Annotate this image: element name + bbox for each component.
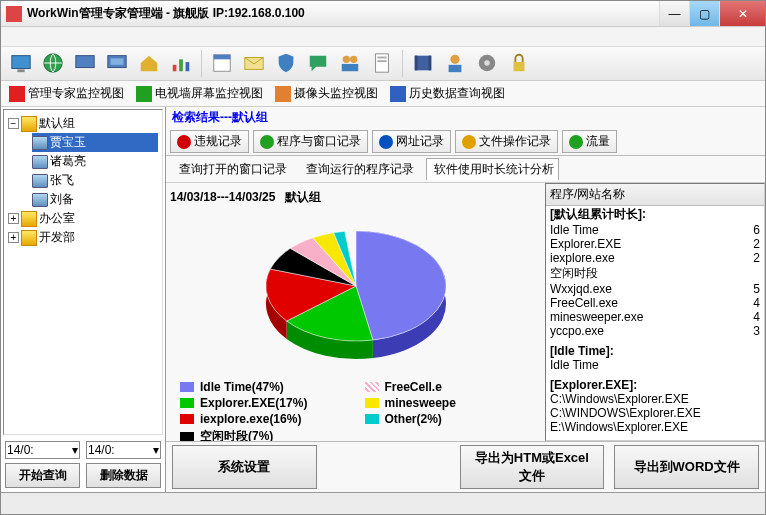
- tree-member[interactable]: 刘备: [32, 190, 158, 209]
- sub-tab[interactable]: 查询打开的窗口记录: [172, 158, 291, 180]
- expand-icon[interactable]: −: [8, 118, 19, 129]
- list-item-name: yccpo.exe: [550, 324, 604, 338]
- svg-point-24: [484, 60, 490, 66]
- list-item-name: FreeCell.exe: [550, 296, 618, 310]
- folder-icon: [21, 116, 37, 132]
- tree-group[interactable]: +办公室: [8, 209, 158, 228]
- computer-icon: [32, 155, 48, 169]
- record-tab[interactable]: 网址记录: [372, 130, 451, 153]
- list-item[interactable]: Wxxjqd.exe5: [546, 282, 764, 296]
- record-tab[interactable]: 违规记录: [170, 130, 249, 153]
- record-tab[interactable]: 程序与窗口记录: [253, 130, 368, 153]
- list-item-value: 2: [753, 251, 760, 265]
- tree-member[interactable]: 张飞: [32, 171, 158, 190]
- record-tab[interactable]: 流量: [562, 130, 617, 153]
- list-item-name: 空闲时段: [550, 265, 598, 282]
- svg-point-13: [350, 56, 357, 63]
- date-from[interactable]: 14/0:▾: [5, 441, 80, 459]
- list-item[interactable]: C:\Windows\Explorer.EXE: [546, 392, 764, 406]
- close-button[interactable]: ✕: [719, 1, 765, 26]
- record-tab-icon: [462, 135, 476, 149]
- program-list[interactable]: 程序/网站名称 [默认组累计时长]:Idle Time6Explorer.EXE…: [545, 183, 765, 441]
- delete-button[interactable]: 删除数据: [86, 463, 161, 488]
- group-tree[interactable]: −默认组 贾宝玉诸葛亮张飞刘备 +办公室+开发部: [3, 109, 163, 435]
- minimize-button[interactable]: —: [659, 1, 689, 26]
- maximize-button[interactable]: ▢: [689, 1, 719, 26]
- svg-rect-1: [17, 69, 24, 72]
- date-to[interactable]: 14/0:▾: [86, 441, 161, 459]
- shield-icon[interactable]: [272, 50, 300, 76]
- sub-tab-label: 查询打开的窗口记录: [179, 161, 287, 178]
- query-button[interactable]: 开始查询: [5, 463, 80, 488]
- legend-item: Other(2%): [365, 412, 532, 426]
- list-item-value: 4: [753, 296, 760, 310]
- envelope-icon[interactable]: [240, 50, 268, 76]
- user-icon[interactable]: [441, 50, 469, 76]
- export-htm-button[interactable]: 导出为HTM或Excel文件: [460, 445, 605, 489]
- group-name-label: 默认组: [285, 190, 321, 204]
- screen-icon[interactable]: [7, 50, 35, 76]
- view-tab[interactable]: 管理专家监控视图: [9, 83, 124, 104]
- users-icon[interactable]: [336, 50, 364, 76]
- monitor1-icon[interactable]: [71, 50, 99, 76]
- list-item-value: 5: [753, 282, 760, 296]
- svg-rect-15: [376, 54, 389, 72]
- legend-label: FreeCell.e: [385, 380, 442, 394]
- monitor2-icon[interactable]: [103, 50, 131, 76]
- chat-icon[interactable]: [304, 50, 332, 76]
- legend-item: minesweepe: [365, 396, 532, 410]
- list-item[interactable]: Idle Time: [546, 358, 764, 372]
- gear-icon[interactable]: [473, 50, 501, 76]
- doc-icon[interactable]: [368, 50, 396, 76]
- expand-icon[interactable]: +: [8, 213, 19, 224]
- tree-member-label: 贾宝玉: [50, 134, 86, 151]
- tree-member[interactable]: 诸葛亮: [32, 152, 158, 171]
- window-title: WorkWin管理专家管理端 - 旗舰版 IP:192.168.0.100: [27, 5, 659, 22]
- lock-icon[interactable]: [505, 50, 533, 76]
- list-item[interactable]: Idle Time6: [546, 223, 764, 237]
- list-group-title: [默认组累计时长]:: [546, 206, 764, 223]
- film-icon[interactable]: [409, 50, 437, 76]
- house-icon[interactable]: [135, 50, 163, 76]
- globe-icon[interactable]: [39, 50, 67, 76]
- view-tab[interactable]: 摄像头监控视图: [275, 83, 378, 104]
- list-item-name: Idle Time: [550, 223, 599, 237]
- record-tab[interactable]: 文件操作记录: [455, 130, 558, 153]
- view-tab[interactable]: 历史数据查询视图: [390, 83, 505, 104]
- record-tab-label: 文件操作记录: [479, 133, 551, 150]
- record-tab-label: 流量: [586, 133, 610, 150]
- main-toolbar: [1, 47, 765, 81]
- sub-tab[interactable]: 查询运行的程序记录: [299, 158, 418, 180]
- system-settings-button[interactable]: 系统设置: [172, 445, 317, 489]
- list-item-name: C:\Windows\Explorer.EXE: [550, 392, 689, 406]
- svg-rect-0: [12, 56, 30, 69]
- view-tab[interactable]: 电视墙屏幕监控视图: [136, 83, 263, 104]
- computer-icon: [32, 174, 48, 188]
- list-item-name: C:\WINDOWS\Explorer.EXE: [550, 406, 701, 420]
- list-item[interactable]: FreeCell.exe4: [546, 296, 764, 310]
- chart-icon[interactable]: [167, 50, 195, 76]
- list-item[interactable]: E:\Windows\Explorer.EXE: [546, 420, 764, 434]
- list-item[interactable]: yccpo.exe3: [546, 324, 764, 338]
- list-item[interactable]: Explorer.EXE2: [546, 237, 764, 251]
- sub-tab[interactable]: 软件使用时长统计分析: [426, 158, 559, 180]
- list-item[interactable]: 空闲时段: [546, 265, 764, 282]
- view-tab-label: 历史数据查询视图: [409, 85, 505, 102]
- tree-group[interactable]: +开发部: [8, 228, 158, 247]
- list-item[interactable]: iexplore.exe2: [546, 251, 764, 265]
- svg-rect-3: [76, 56, 94, 68]
- expand-icon[interactable]: +: [8, 232, 19, 243]
- window-icon[interactable]: [208, 50, 236, 76]
- svg-rect-17: [377, 60, 386, 62]
- legend-item: Idle Time(47%): [180, 380, 347, 394]
- svg-point-12: [343, 56, 350, 63]
- tree-member[interactable]: 贾宝玉: [32, 133, 158, 152]
- list-item[interactable]: minesweeper.exe4: [546, 310, 764, 324]
- list-item-name: iexplore.exe: [550, 251, 615, 265]
- list-item[interactable]: C:\WINDOWS\Explorer.EXE: [546, 406, 764, 420]
- record-tab-icon: [569, 135, 583, 149]
- view-tab-label: 摄像头监控视图: [294, 85, 378, 102]
- svg-rect-25: [514, 62, 525, 71]
- list-item-name: Idle Time: [550, 358, 599, 372]
- export-word-button[interactable]: 导出到WORD文件: [614, 445, 759, 489]
